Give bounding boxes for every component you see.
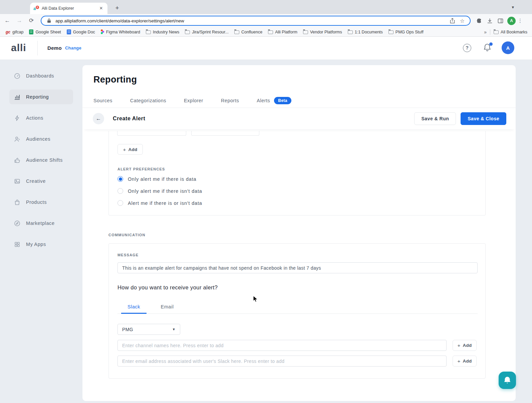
chat-widget-button[interactable] bbox=[499, 372, 516, 389]
condition-field-partial[interactable] bbox=[117, 131, 186, 136]
sidebar-item-audience-shifts[interactable]: Audience Shifts bbox=[9, 153, 73, 167]
slack-email-input[interactable] bbox=[117, 356, 447, 367]
extensions-puzzle-icon[interactable] bbox=[475, 16, 483, 25]
apps-grid-icon bbox=[14, 241, 20, 248]
radio-alert-either[interactable]: Alert me if there is or isn't data bbox=[117, 200, 202, 206]
slack-workspace-select[interactable]: PMG ▼ bbox=[117, 324, 180, 335]
tab-sources[interactable]: Sources bbox=[93, 98, 112, 103]
save-and-close-button[interactable]: Save & Close bbox=[461, 112, 506, 125]
folder-icon bbox=[146, 30, 151, 34]
bookmark-folder-11-documents[interactable]: 1:1 Documents bbox=[348, 30, 383, 34]
reporting-tabs: Sources Categorizations Explorer Reports… bbox=[82, 93, 516, 108]
radio-icon bbox=[117, 176, 123, 182]
google-sheet-icon bbox=[29, 29, 33, 34]
lightning-icon bbox=[14, 115, 20, 121]
radio-alert-if-data[interactable]: Only alert me if there is data bbox=[117, 176, 196, 182]
url-text: app.alliplatform.com/client/demo/data-ex… bbox=[55, 18, 446, 23]
new-tab-button[interactable]: + bbox=[113, 4, 121, 13]
bookmark-folder-alli-platform[interactable]: Alli Platform bbox=[268, 30, 297, 34]
tab-explorer[interactable]: Explorer bbox=[184, 98, 203, 103]
chrome-profile-avatar[interactable]: A bbox=[507, 17, 516, 25]
tab-reports[interactable]: Reports bbox=[221, 98, 239, 103]
sidebar-item-label: My Apps bbox=[26, 242, 46, 247]
client-name: Demo bbox=[47, 45, 62, 51]
header-divider bbox=[37, 41, 38, 55]
back-icon[interactable]: ← bbox=[3, 16, 12, 25]
bookmark-star-icon[interactable]: ☆ bbox=[459, 17, 466, 24]
forward-icon[interactable]: → bbox=[15, 16, 24, 25]
bookmark-folder-confluence[interactable]: Confluence bbox=[234, 30, 262, 34]
bookmark-folder-industry-news[interactable]: Industry News bbox=[146, 30, 179, 34]
folder-icon bbox=[234, 30, 239, 34]
page-title: Reporting bbox=[93, 75, 137, 85]
notifications-button[interactable] bbox=[483, 43, 492, 52]
user-avatar[interactable]: A bbox=[502, 41, 514, 54]
condition-field-partial[interactable] bbox=[191, 131, 259, 136]
figma-icon bbox=[101, 29, 104, 34]
image-icon bbox=[14, 178, 20, 184]
bookmark-folder-jira[interactable]: Jira/Sprint Resour... bbox=[185, 30, 229, 34]
bookmarks-overflow-icon[interactable]: » bbox=[484, 29, 487, 35]
sidebar-item-label: Marketplace bbox=[26, 221, 55, 226]
chrome-menu-icon[interactable]: ⋮ bbox=[518, 18, 523, 24]
sidebar-item-dashboards[interactable]: Dashboards bbox=[9, 69, 73, 83]
sidebar-item-label: Creative bbox=[26, 178, 46, 184]
notification-badge bbox=[489, 42, 493, 46]
tab-search-chevron-icon[interactable]: ▾ bbox=[512, 5, 514, 10]
sidebar-item-reporting[interactable]: Reporting bbox=[9, 90, 73, 104]
radio-alert-if-no-data[interactable]: Only alert me if there isn't data bbox=[117, 188, 202, 194]
bookmark-google-doc[interactable]: Google Doc bbox=[67, 29, 95, 34]
help-icon[interactable]: ? bbox=[463, 44, 471, 52]
lock-icon bbox=[45, 17, 53, 24]
bookmark-google-sheet[interactable]: Google Sheet bbox=[29, 29, 61, 34]
download-icon[interactable] bbox=[485, 16, 494, 25]
bell-icon bbox=[503, 376, 512, 385]
side-panel-icon[interactable] bbox=[496, 16, 505, 25]
create-alert-title: Create Alert bbox=[113, 116, 145, 122]
bookmark-figma[interactable]: Figma Whiteboard bbox=[101, 29, 140, 34]
address-bar[interactable]: app.alliplatform.com/client/demo/data-ex… bbox=[41, 16, 471, 26]
reload-icon[interactable]: ⟳ bbox=[27, 16, 36, 25]
message-input[interactable] bbox=[117, 262, 478, 273]
sidebar-item-my-apps[interactable]: My Apps bbox=[9, 237, 73, 252]
browser-tab[interactable]: a 6 Alli Data Explorer ✕ bbox=[30, 3, 107, 14]
sidebar-item-audiences[interactable]: Audiences bbox=[9, 132, 73, 146]
tab-email[interactable]: Email bbox=[155, 300, 180, 313]
receive-question: How do you want to receive your alert? bbox=[117, 284, 218, 291]
message-label: MESSAGE bbox=[117, 253, 139, 257]
sidebar-item-marketplace[interactable]: Marketplace bbox=[9, 216, 73, 231]
add-email-button[interactable]: Add bbox=[453, 356, 477, 367]
save-and-run-button[interactable]: Save & Run bbox=[414, 112, 456, 125]
share-icon[interactable] bbox=[449, 17, 456, 24]
tab-slack[interactable]: Slack bbox=[121, 300, 147, 313]
sidebar-item-creative[interactable]: Creative bbox=[9, 174, 73, 188]
page: a 6 Alli Data Explorer ✕ + ▾ ← → ⟳ app.a… bbox=[0, 0, 532, 403]
dashboard-gauge-icon bbox=[14, 73, 20, 79]
compass-icon bbox=[14, 220, 20, 227]
sidebar-item-label: Actions bbox=[26, 115, 43, 121]
tab-close-icon[interactable]: ✕ bbox=[98, 5, 104, 11]
sidebar-item-label: Reporting bbox=[26, 94, 49, 100]
bookmark-gifcap[interactable]: gc gifcap bbox=[6, 30, 23, 34]
change-client-link[interactable]: Change bbox=[65, 45, 81, 50]
bookmarks-divider bbox=[490, 29, 490, 35]
sidebar-item-label: Dashboards bbox=[26, 73, 54, 79]
sidebar-item-label: Audiences bbox=[26, 136, 50, 142]
bookmark-folder-pmg-ops[interactable]: PMG Ops Stuff bbox=[388, 30, 424, 34]
sidebar-item-products[interactable]: Products bbox=[9, 195, 73, 210]
folder-icon bbox=[185, 30, 190, 34]
bookmark-folder-vendor-platforms[interactable]: Vendor Platforms bbox=[303, 30, 342, 34]
add-condition-button[interactable]: Add bbox=[117, 144, 143, 155]
beta-badge: Beta bbox=[274, 97, 291, 104]
channel-names-input[interactable] bbox=[117, 340, 447, 351]
tab-categorizations[interactable]: Categorizations bbox=[130, 98, 166, 103]
alli-logo[interactable]: alli bbox=[11, 42, 26, 53]
add-channel-button[interactable]: Add bbox=[453, 340, 477, 351]
folder-icon bbox=[388, 30, 393, 34]
tab-alerts[interactable]: Alerts Beta bbox=[257, 97, 291, 104]
create-alert-header: ← Create Alert Save & Run Save & Close bbox=[82, 108, 516, 129]
all-bookmarks-button[interactable]: All Bookmarks bbox=[494, 30, 527, 34]
sidebar: Dashboards Reporting Actions Audiences A… bbox=[0, 59, 82, 403]
sidebar-item-actions[interactable]: Actions bbox=[9, 111, 73, 125]
back-arrow-button[interactable]: ← bbox=[93, 113, 104, 124]
